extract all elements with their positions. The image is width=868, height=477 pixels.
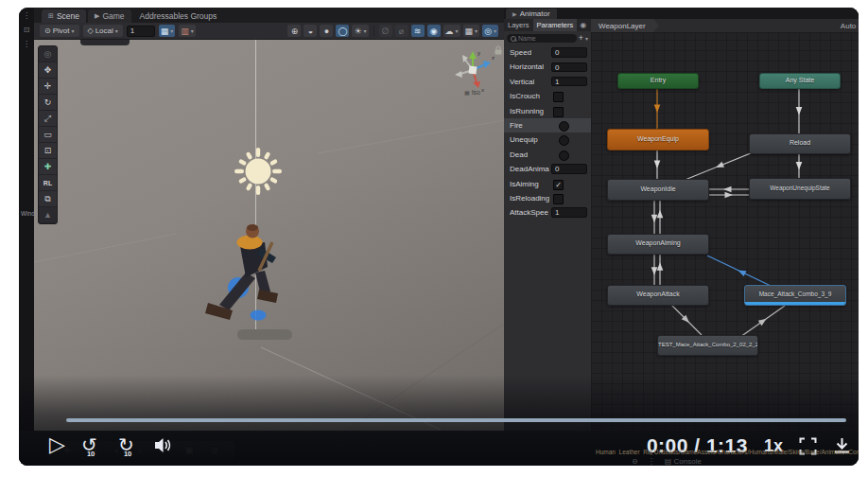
param-bool-control[interactable] bbox=[553, 107, 564, 117]
transition-aiming-to-attack[interactable] bbox=[651, 253, 658, 285]
param-row-DeadAnima[interactable]: DeadAnima0 bbox=[504, 162, 591, 176]
param-trigger-control[interactable] bbox=[559, 135, 569, 146]
pivot-toggle-button[interactable]: ⊙ Pivot ▾ bbox=[40, 25, 79, 37]
param-float-control[interactable]: 0 bbox=[551, 47, 587, 58]
strip-icon[interactable]: ⋮ bbox=[23, 40, 30, 48]
transition-weaponequip-to-idle[interactable] bbox=[654, 149, 661, 179]
state-node-any-state[interactable]: Any State bbox=[759, 73, 841, 89]
eye-icon[interactable]: ◉ bbox=[580, 21, 586, 29]
volume-icon[interactable] bbox=[155, 438, 173, 452]
param-row-Horizontal[interactable]: Horizontal0 bbox=[504, 60, 591, 74]
scene-viewport[interactable]: ◎✥✛↻⤢▭⊡✚RL⧉▲ bbox=[34, 40, 504, 431]
state-node-weapon-idle[interactable]: WeaponIdle bbox=[607, 179, 709, 201]
particles-toggle-button[interactable]: ≋ bbox=[411, 25, 425, 37]
rl-tool-button[interactable]: RL bbox=[39, 175, 57, 191]
param-trigger-control[interactable] bbox=[559, 121, 569, 132]
tab-addressables-groups[interactable]: Addressables Groups bbox=[133, 9, 224, 23]
2d-mode-toggle-button[interactable]: ◯ bbox=[336, 25, 349, 37]
local-toggle-button[interactable]: ◇ Local ▾ bbox=[83, 25, 123, 37]
shadows-toggle-button[interactable]: ● bbox=[320, 25, 333, 37]
cloud-menu-button[interactable]: ☁▾ bbox=[443, 25, 460, 37]
param-row-AttackSpee[interactable]: AttackSpee1 bbox=[504, 205, 591, 220]
tab-layers[interactable]: Layers bbox=[504, 19, 533, 31]
param-row-Dead[interactable]: Dead bbox=[504, 148, 591, 162]
tab-game[interactable]: ▶ Game bbox=[88, 9, 131, 23]
projection-mode-label[interactable]: ▦ Iso bbox=[464, 89, 480, 96]
snap-settings-button[interactable]: ▥ ▾ bbox=[179, 25, 196, 37]
state-node-reload[interactable]: Reload bbox=[749, 133, 851, 154]
transition-idle-to-unequipstate[interactable] bbox=[707, 192, 749, 199]
video-progress-bar[interactable] bbox=[66, 418, 846, 422]
param-float-control[interactable]: 0 bbox=[551, 164, 587, 174]
param-row-IsAiming[interactable]: IsAiming✓ bbox=[504, 177, 591, 191]
param-bool-control[interactable] bbox=[553, 92, 564, 102]
character-model[interactable] bbox=[204, 223, 308, 346]
tab-scene[interactable]: ⊞ Scene bbox=[42, 9, 86, 23]
param-row-IsReloading[interactable]: IsReloading bbox=[504, 191, 591, 205]
lighting-toggle-button[interactable]: ☀▾ bbox=[352, 25, 368, 37]
param-row-Vertical[interactable]: Vertical1 bbox=[504, 75, 591, 89]
scene-visibility-toggle-button[interactable]: ◉ bbox=[427, 25, 441, 37]
extra-tool-button[interactable]: ▲ bbox=[39, 207, 57, 223]
play-button[interactable]: ▷ bbox=[49, 434, 65, 455]
add-parameter-button[interactable]: + bbox=[579, 34, 583, 43]
transition-attack-to-test[interactable] bbox=[670, 304, 702, 335]
state-node-weapon-unequip-state[interactable]: WeaponUnequipState bbox=[749, 178, 851, 200]
custom-tool-button[interactable]: ✚ bbox=[39, 159, 57, 175]
transition-attack-to-aiming[interactable] bbox=[657, 253, 664, 285]
strip-icon[interactable]: ⊡ bbox=[24, 26, 30, 34]
grid-snap-button[interactable]: ▦ ▾ bbox=[159, 25, 176, 37]
directional-light-sun-icon[interactable] bbox=[228, 140, 288, 203]
console-tab[interactable]: ▤ Console bbox=[665, 457, 702, 466]
hand-tool-button[interactable]: ✥ bbox=[39, 62, 57, 79]
transition-aiming-to-idle[interactable] bbox=[657, 199, 664, 234]
transition-reload-to-idle[interactable] bbox=[683, 150, 757, 181]
rotate-tool-button[interactable]: ↻ bbox=[39, 95, 57, 111]
parameter-search-input[interactable]: Name bbox=[507, 34, 577, 43]
param-trigger-control[interactable] bbox=[559, 150, 569, 161]
state-node-weapon-attack[interactable]: WeaponAttack bbox=[607, 285, 709, 306]
tab-parameters[interactable]: Parameters bbox=[533, 19, 578, 31]
transition-test-to-mace[interactable] bbox=[740, 306, 785, 337]
audio-mute-toggle-button[interactable]: ∅ bbox=[379, 25, 392, 37]
state-node-test-mace-attack-combo[interactable]: TEST_Mace_Attack_Combo_2_02_2_2 bbox=[657, 335, 758, 356]
layers-menu-button[interactable]: ▦▾ bbox=[463, 25, 480, 37]
transition-reload-to-unequipstate[interactable] bbox=[796, 152, 803, 178]
param-row-IsCrouch[interactable]: IsCrouch bbox=[504, 89, 591, 103]
caret-down-icon[interactable]: ▾ bbox=[585, 35, 588, 42]
effects-mute-toggle-button[interactable]: ⌀ bbox=[395, 25, 408, 37]
param-bool-control[interactable] bbox=[553, 194, 564, 204]
scale-tool-button[interactable]: ⤢ bbox=[39, 111, 57, 127]
state-node-mace-attack-combo[interactable]: Mace_Attack_Combo_3_9 bbox=[744, 285, 846, 306]
move-tool-button[interactable]: ✛ bbox=[39, 79, 57, 95]
transition-unequipstate-to-idle[interactable] bbox=[707, 186, 749, 193]
collider-tool-button[interactable]: ⧉ bbox=[39, 191, 57, 207]
skip-forward-button[interactable]: ↻10 bbox=[118, 435, 139, 454]
breadcrumb-layer[interactable]: WeaponLayer bbox=[591, 19, 653, 32]
render-mode-toggle-button[interactable]: ⊕ bbox=[287, 25, 301, 37]
param-float-control[interactable]: 1 bbox=[551, 77, 587, 87]
transform-tool-button[interactable]: ⊡ bbox=[39, 143, 57, 159]
transition-anystate-to-reload[interactable] bbox=[796, 87, 803, 133]
tab-animator[interactable]: ▶ Animator bbox=[506, 9, 557, 19]
lock-icon[interactable] bbox=[494, 45, 503, 55]
auto-live-link-button[interactable]: Auto L bbox=[841, 22, 859, 30]
param-row-Unequip[interactable]: Unequip bbox=[504, 132, 591, 147]
grid-snap-value-field[interactable]: 1 bbox=[127, 26, 155, 37]
gizmos-menu-button[interactable]: ◎▾ bbox=[482, 25, 498, 37]
view-tool-button[interactable]: ◎ bbox=[39, 46, 57, 62]
state-node-weapon-equip[interactable]: WeaponEquip bbox=[607, 129, 709, 150]
param-float-control[interactable]: 1 bbox=[551, 207, 587, 218]
transition-mace-to-aiming[interactable] bbox=[707, 256, 771, 286]
param-bool-control[interactable]: ✓ bbox=[553, 180, 564, 190]
rect-tool-button[interactable]: ▭ bbox=[39, 127, 57, 143]
shaded-mode-toggle-button[interactable]: ◒ bbox=[304, 25, 317, 37]
strip-icon[interactable]: ⋮ bbox=[23, 11, 30, 20]
transition-idle-to-aiming[interactable] bbox=[651, 199, 658, 234]
state-node-weapon-aiming[interactable]: WeaponAiming bbox=[607, 234, 709, 255]
scene-orientation-gizmo[interactable]: y z x bbox=[452, 47, 499, 93]
param-float-control[interactable]: 0 bbox=[551, 62, 587, 73]
transition-entry-to-weaponequip[interactable] bbox=[654, 87, 661, 129]
param-row-Speed[interactable]: Speed0 bbox=[504, 45, 591, 60]
graph-canvas[interactable]: EntryAny StateWeaponEquipReloadWeaponIdl… bbox=[591, 32, 859, 431]
